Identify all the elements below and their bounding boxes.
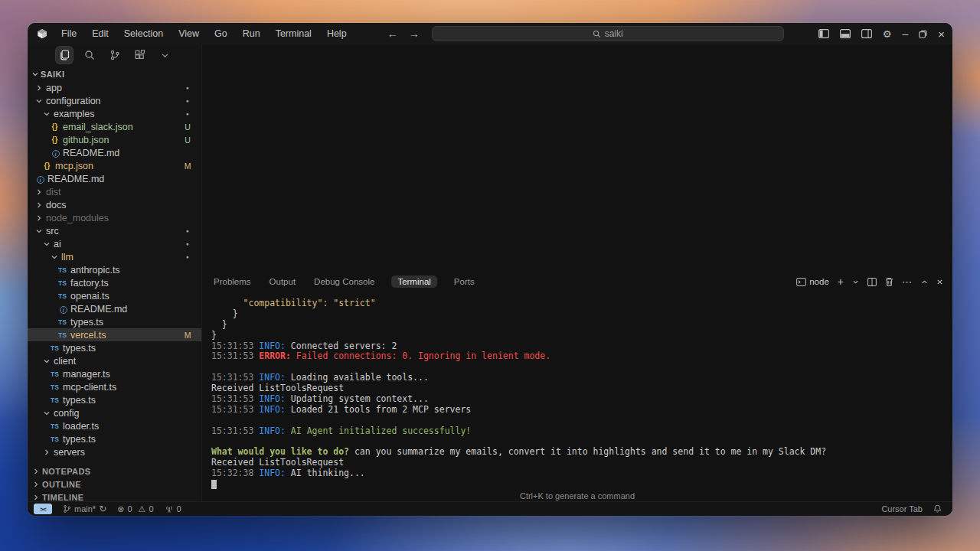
tree-item-src[interactable]: src● [28, 224, 201, 237]
toggle-secondary-sidebar-icon[interactable] [861, 29, 872, 38]
tree-item-types-ts[interactable]: TStypes.ts [28, 315, 201, 328]
json-file-icon: {} [49, 122, 60, 131]
tree-item-label: README.md [63, 148, 119, 158]
source-control-icon[interactable] [106, 47, 123, 64]
chevron-down-icon [41, 409, 51, 417]
extensions-icon[interactable] [132, 47, 149, 64]
terminal-line: 15:31:53 INFO: Loading available tools..… [211, 372, 945, 383]
tree-item-node-modules[interactable]: node_modules [28, 211, 201, 224]
menu-edit[interactable]: Edit [86, 27, 115, 41]
sidebar-section-outline[interactable]: OUTLINE [28, 478, 201, 491]
tree-item-configuration[interactable]: configuration● [28, 94, 201, 107]
tree-item-github-json[interactable]: {}github.jsonU [28, 133, 201, 146]
cursor-editor-window: FileEditSelectionViewGoRunTerminalHelp ←… [28, 23, 952, 516]
menu-run[interactable]: Run [237, 27, 266, 41]
panel-tab-output[interactable]: Output [268, 276, 298, 288]
bell-icon [933, 504, 942, 514]
tree-item-label: vercel.ts [70, 330, 106, 341]
cursor-logo-icon [35, 28, 49, 40]
tree-item-factory-ts[interactable]: TSfactory.ts [28, 276, 201, 289]
panel-header: ProblemsOutputDebug ConsoleTerminalPorts… [202, 272, 952, 292]
tree-item-readme-md[interactable]: iREADME.md [28, 172, 201, 185]
terminal-line: "compatibility": "strict" [211, 298, 945, 308]
tree-item-examples[interactable]: examples● [28, 107, 201, 120]
sidebar-section-notepads[interactable]: NOTEPADS [28, 465, 201, 478]
remote-indicator[interactable]: >< [34, 504, 52, 514]
sidebar-section-timeline[interactable]: TIMELINE [28, 491, 201, 501]
close-button[interactable]: × [938, 28, 945, 41]
tree-item-email-slack-json[interactable]: {}email_slack.jsonU [28, 120, 201, 133]
tree-item-ai[interactable]: ai● [28, 237, 201, 250]
menu-go[interactable]: Go [208, 27, 234, 41]
typescript-file-icon: TS [49, 422, 60, 430]
tree-item-servers[interactable]: servers [28, 445, 201, 458]
toggle-panel-icon[interactable] [840, 29, 851, 38]
tree-item-loader-ts[interactable]: TSloader.ts [28, 419, 201, 432]
tree-item-readme-md[interactable]: iREADME.md [28, 302, 201, 315]
panel-tab-ports[interactable]: Ports [452, 276, 476, 288]
command-center-search[interactable]: saiki [432, 26, 784, 41]
tree-item-vercel-ts[interactable]: TSvercel.tsM [28, 328, 201, 341]
explorer-root-header[interactable]: SAIKI [28, 67, 201, 81]
menu-terminal[interactable]: Terminal [270, 27, 318, 41]
tree-item-openai-ts[interactable]: TSopenai.ts [28, 289, 201, 302]
modified-dot-badge: ● [183, 85, 192, 90]
git-status-badge: U [183, 135, 192, 145]
tree-item-mcp-client-ts[interactable]: TSmcp-client.ts [28, 380, 201, 393]
maximize-panel-icon[interactable] [921, 279, 928, 285]
search-icon[interactable] [81, 47, 98, 64]
launch-profile-chevron-icon[interactable] [852, 279, 859, 285]
tree-item-anthropic-ts[interactable]: TSanthropic.ts [28, 263, 201, 276]
tree-item-label: examples [54, 109, 95, 119]
sidebar-sections: NOTEPADSOUTLINETIMELINE [28, 465, 201, 501]
terminal-instance-label[interactable]: node [796, 277, 829, 286]
tree-item-dist[interactable]: dist [28, 185, 201, 198]
tree-item-manager-ts[interactable]: TSmanager.ts [28, 367, 201, 380]
panel-tab-debug-console[interactable]: Debug Console [312, 276, 376, 288]
nav-forward-button[interactable]: → [409, 28, 420, 40]
tree-item-label: types.ts [70, 317, 103, 328]
terminal-hint: Ctrl+K to generate a command [202, 491, 952, 500]
chevron-down-icon[interactable] [157, 47, 174, 64]
close-panel-icon[interactable] [936, 279, 943, 285]
tree-item-app[interactable]: app● [28, 81, 201, 94]
trash-icon[interactable] [885, 277, 893, 286]
ports-status[interactable]: 0 [165, 504, 181, 514]
chevron-right-icon [34, 214, 44, 222]
tree-item-docs[interactable]: docs [28, 198, 201, 211]
minimize-button[interactable]: – [902, 28, 908, 40]
notifications-bell[interactable] [933, 504, 942, 514]
new-terminal-icon[interactable]: + [838, 276, 844, 288]
menu-help[interactable]: Help [321, 27, 353, 41]
menu-file[interactable]: File [55, 27, 83, 41]
editor-area[interactable]: I [202, 44, 952, 272]
menu-selection[interactable]: Selection [118, 27, 169, 41]
menu-view[interactable]: View [172, 27, 205, 41]
tree-item-mcp-json[interactable]: {}mcp.jsonM [28, 159, 201, 172]
terminal-line: 15:31:53 INFO: Loaded 21 tools from 2 MC… [211, 404, 945, 415]
errors-count: 0 [127, 504, 132, 514]
terminal-output[interactable]: "compatibility": "strict" } }}15:31:53 I… [202, 292, 952, 501]
tree-item-types-ts[interactable]: TStypes.ts [28, 432, 201, 445]
tree-item-llm[interactable]: llm● [28, 250, 201, 263]
tree-item-types-ts[interactable]: TStypes.ts [28, 341, 201, 354]
tree-item-readme-md[interactable]: iREADME.md [28, 146, 201, 159]
settings-gear-icon[interactable]: ⚙ [883, 28, 892, 40]
errors-icon: ⊗ [117, 504, 124, 514]
more-actions-icon[interactable]: ⋯ [902, 276, 913, 288]
panel-tab-terminal[interactable]: Terminal [391, 276, 436, 288]
panel-tab-problems[interactable]: Problems [212, 276, 253, 288]
toggle-primary-sidebar-icon[interactable] [818, 29, 829, 38]
nav-back-button[interactable]: ← [387, 28, 398, 40]
tree-item-types-ts[interactable]: TStypes.ts [28, 393, 201, 406]
typescript-file-icon: TS [49, 396, 60, 404]
cursor-tab-status[interactable]: Cursor Tab [881, 504, 923, 514]
tree-item-config[interactable]: config [28, 406, 201, 419]
explorer-icon[interactable] [56, 47, 73, 64]
restore-button[interactable] [919, 30, 927, 38]
split-terminal-icon[interactable] [867, 278, 877, 286]
git-branch-status[interactable]: main* ↻ [63, 504, 106, 514]
typescript-file-icon: TS [57, 292, 68, 300]
tree-item-client[interactable]: client [28, 354, 201, 367]
problems-status[interactable]: ⊗ 0 ⚠ 0 [117, 504, 153, 514]
